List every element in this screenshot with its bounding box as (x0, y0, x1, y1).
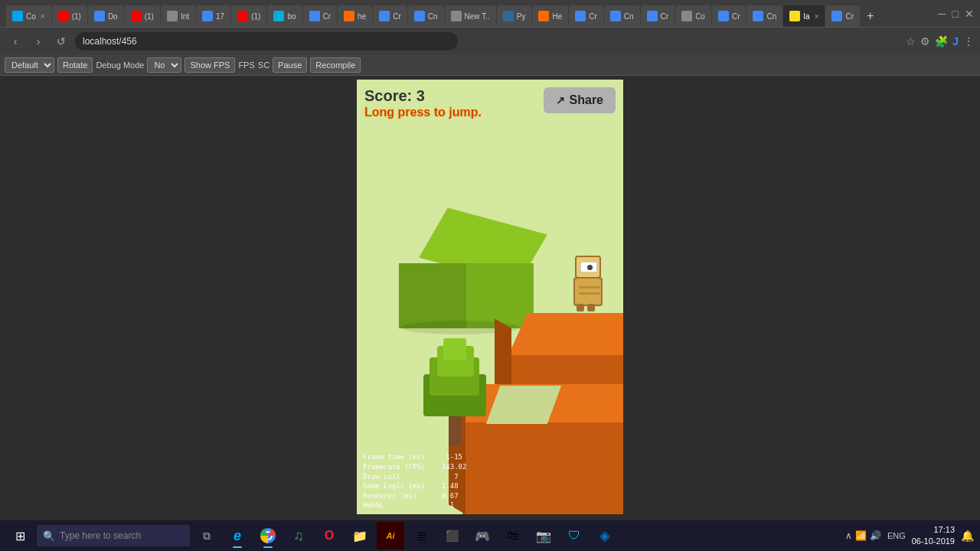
taskbar-search[interactable]: 🔍 Type here to search (37, 525, 190, 546)
fps-value: FPS (238, 60, 254, 70)
robot-eye (580, 262, 597, 272)
show-fps-button[interactable]: Show FPS (185, 57, 235, 73)
url-text: localhost/456 (83, 36, 137, 47)
settings-icon[interactable]: ⚙ (920, 35, 930, 47)
tab-strip: Co× (1) Do (1) Int 17 (1) bo Cr he Cr Cn… (6, 0, 929, 27)
debug-line-2: Framerate (FPS) 143.02 (363, 462, 466, 472)
tab-10[interactable]: he (338, 5, 372, 27)
tray-volume[interactable]: 🔊 (870, 530, 881, 541)
taskbar-illustrator[interactable]: Ai (377, 522, 404, 549)
bottom-platform-front (462, 422, 623, 514)
hint-text: Long press to jump. (364, 106, 482, 119)
score-text: Score: 3 (364, 87, 425, 105)
clock-time: 17:13 (912, 524, 955, 536)
game-scene: Score: 3 Long press to jump. ↗ Share (357, 80, 623, 514)
tab-8[interactable]: bo (267, 5, 302, 27)
new-tab-button[interactable]: + (861, 5, 884, 27)
taskbar-edge[interactable]: e (224, 522, 251, 549)
tab-15[interactable]: He (532, 5, 568, 27)
tab-6[interactable]: 17 (196, 5, 230, 27)
tab-3[interactable]: Do (88, 5, 124, 27)
tab-17[interactable]: Cn (604, 5, 640, 27)
debug-line-1: Frame time (ms) 1-15 (363, 452, 466, 462)
taskbar-app6[interactable]: ≣ (407, 522, 435, 549)
rotate-button[interactable]: Rotate (57, 57, 93, 73)
search-icon: 🔍 (43, 530, 55, 542)
content-area: Score: 3 Long press to jump. ↗ Share (0, 76, 980, 520)
robot-body (573, 277, 603, 306)
tray-chevron[interactable]: ∧ (845, 530, 852, 541)
tray-icons: ∧ 📶 🔊 (845, 530, 881, 541)
taskbar-files[interactable]: 📁 (346, 522, 374, 549)
close-button[interactable]: ✕ (965, 8, 974, 20)
tab-12[interactable]: Cn (408, 5, 444, 27)
clock[interactable]: 17:13 06-10-2019 (912, 524, 955, 548)
tab-22-active[interactable]: Ia× (783, 5, 825, 27)
debug-mode-label: Debug Mode (96, 60, 144, 70)
tab-20[interactable]: Cr (712, 5, 746, 27)
debug-line-6: WebGL 1 (363, 500, 466, 510)
taskbar-app7[interactable]: 🎮 (469, 522, 496, 549)
menu-button[interactable]: ⋮ (963, 35, 974, 47)
green-cube-left (399, 263, 466, 328)
browser-titlebar: Co× (1) Do (1) Int 17 (1) bo Cr he Cr Cn… (0, 0, 980, 27)
maximize-button[interactable]: □ (952, 8, 959, 20)
debug-overlay: Frame time (ms) 1-15 Framerate (FPS) 143… (363, 452, 466, 510)
tab-9[interactable]: Cr (303, 5, 338, 27)
tab-2[interactable]: (1) (52, 5, 87, 27)
taskbar: ⊞ 🔍 Type here to search ⧉ e ♫ O 📁 Ai ≣ ⬛… (0, 520, 980, 551)
tab-16[interactable]: Cr (569, 5, 603, 27)
debug-mode-select[interactable]: No (147, 57, 181, 73)
tab-18[interactable]: Cr (641, 5, 675, 27)
tray-network[interactable]: 📶 (855, 530, 867, 541)
dev-toolbar: Default Rotate Debug Mode No Show FPS FP… (0, 54, 980, 76)
pause-button[interactable]: Pause (273, 57, 307, 73)
taskbar-spotify[interactable]: ♫ (285, 522, 312, 549)
address-bar-row: ‹ › ↺ localhost/456 ☆ ⚙ 🧩 J ⋮ (0, 27, 980, 54)
address-bar[interactable]: localhost/456 (75, 32, 458, 51)
extensions-icon[interactable]: 🧩 (935, 35, 948, 47)
share-label: Share (570, 93, 603, 107)
taskbar-opera[interactable]: O (315, 522, 343, 549)
search-placeholder: Type here to search (60, 530, 141, 541)
tab-4[interactable]: (1) (125, 5, 160, 27)
share-icon: ↗ (556, 94, 565, 106)
taskbar-terminal[interactable]: ⬛ (438, 522, 466, 549)
taskbar-store[interactable]: 🛍 (499, 522, 527, 549)
tab-1[interactable]: Co× (6, 5, 51, 27)
taskbar-chrome[interactable] (254, 522, 282, 549)
refresh-button[interactable]: ↺ (52, 32, 70, 51)
game-canvas[interactable]: Score: 3 Long press to jump. ↗ Share (357, 80, 623, 514)
robot-character (567, 254, 609, 311)
forward-button[interactable]: › (29, 32, 47, 51)
system-tray: ∧ 📶 🔊 ENG 17:13 06-10-2019 🔔 (845, 524, 974, 548)
tab-21[interactable]: Cn (746, 5, 782, 27)
taskbar-defender[interactable]: 🛡 (560, 522, 588, 549)
address-bar-icons: ☆ ⚙ 🧩 J ⋮ (906, 35, 974, 47)
back-button[interactable]: ‹ (6, 32, 24, 51)
language-indicator[interactable]: ENG (887, 531, 906, 540)
tab-23[interactable]: Cr (825, 5, 860, 27)
recompile-button[interactable]: Recompile (310, 57, 361, 73)
taskbar-camera[interactable]: 📷 (530, 522, 557, 549)
start-button[interactable]: ⊞ (6, 522, 34, 549)
profile-icon[interactable]: J (952, 35, 959, 47)
share-button[interactable]: ↗ Share (544, 87, 616, 113)
tab-11[interactable]: Cr (373, 5, 407, 27)
robot-head (575, 256, 601, 279)
taskbar-vscode[interactable]: ◈ (591, 522, 619, 549)
tab-14[interactable]: Py (497, 5, 532, 27)
tree-foliage-4 (443, 338, 466, 360)
notification-button[interactable]: 🔔 (961, 530, 974, 542)
tab-5[interactable]: Int (161, 5, 195, 27)
bookmark-icon[interactable]: ☆ (906, 35, 916, 47)
tab-13[interactable]: New T.. (445, 5, 496, 27)
sc-value: SC (258, 60, 270, 70)
orange-platform-top (508, 313, 623, 355)
tab-7[interactable]: (1) (231, 5, 266, 27)
tab-19[interactable]: Co (675, 5, 711, 27)
minimize-button[interactable]: ─ (939, 8, 946, 20)
task-view-button[interactable]: ⧉ (193, 522, 220, 549)
preset-select[interactable]: Default (5, 57, 54, 73)
clock-date: 06-10-2019 (912, 536, 955, 547)
